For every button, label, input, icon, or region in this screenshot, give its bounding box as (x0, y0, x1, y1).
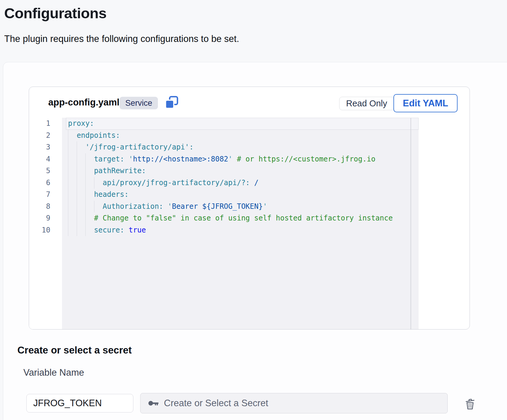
indent-guide (77, 177, 77, 189)
code-editor[interactable]: 1proxy:2endpoints:3'/jfrog-artifactory/a… (29, 118, 470, 329)
indent-guide (77, 224, 77, 236)
secret-select-input[interactable]: Create or Select a Secret (140, 393, 448, 413)
secret-placeholder-text: Create or Select a Secret (164, 398, 268, 409)
line-number: 5 (29, 165, 62, 177)
edit-yaml-button[interactable]: Edit YAML (393, 94, 458, 112)
code-line: 10secure: true (29, 224, 470, 236)
indent-guide (68, 141, 68, 153)
code-line: 4target: 'http://<hostname>:8082' # or h… (29, 153, 470, 165)
code-lines: 1proxy:2endpoints:3'/jfrog-artifactory/a… (29, 118, 470, 236)
copy-button[interactable] (164, 95, 179, 111)
delete-secret-button[interactable] (461, 395, 479, 413)
indent-guide (68, 130, 68, 142)
indent-guide (68, 212, 68, 224)
line-number: 9 (29, 212, 62, 224)
indent-guide (68, 165, 68, 177)
code-line: 5pathRewrite: (29, 165, 470, 177)
indent-guide (94, 177, 94, 189)
code-line: 1proxy: (29, 118, 470, 130)
code-line: 7headers: (29, 189, 470, 201)
indent-guide (85, 201, 86, 213)
editor-overview-ruler (411, 118, 411, 329)
line-number: 1 (29, 118, 62, 130)
current-line-highlight (66, 118, 419, 130)
line-number: 7 (29, 189, 62, 201)
trash-icon (464, 398, 476, 410)
code-line: 9# Change to "false" in case of using se… (29, 212, 470, 224)
variable-name-input[interactable] (26, 394, 133, 413)
key-icon (147, 397, 159, 409)
code-line: 2endpoints: (29, 130, 470, 142)
indent-guide (77, 201, 77, 213)
page-title: Configurations (4, 5, 106, 22)
indent-guide (85, 189, 86, 201)
indent-guide (77, 165, 77, 177)
indent-guide (85, 153, 86, 165)
indent-guide (68, 153, 68, 165)
indent-guide (85, 177, 86, 189)
code-line: 8Authorization: 'Bearer ${JFROG_TOKEN}' (29, 201, 470, 213)
line-number: 10 (29, 224, 62, 236)
code-line: 3'/jfrog-artifactory/api': (29, 141, 470, 153)
indent-guide (85, 165, 86, 177)
indent-guide (85, 212, 86, 224)
indent-guide (85, 224, 86, 236)
line-number: 8 (29, 201, 62, 213)
secret-section-heading: Create or select a secret (17, 345, 132, 356)
indent-guide (77, 212, 77, 224)
line-number: 6 (29, 177, 62, 189)
page-description: The plugin requires the following config… (4, 34, 239, 44)
indent-guide (68, 189, 68, 201)
file-name: app-config.yaml (48, 96, 120, 109)
copy-icon (165, 106, 179, 111)
line-number: 2 (29, 130, 62, 142)
indent-guide (77, 189, 77, 201)
line-number: 4 (29, 153, 62, 165)
read-only-badge: Read Only (339, 97, 394, 110)
indent-guide (68, 201, 68, 213)
service-badge: Service (120, 97, 158, 109)
line-number: 3 (29, 141, 62, 153)
indent-guide (77, 153, 77, 165)
indent-guide (68, 224, 68, 236)
indent-guide (77, 141, 77, 153)
code-line: 6api/proxy/jfrog-artifactory/api/?: / (29, 177, 470, 189)
editor-card: app-config.yaml Service Read Only Edit Y… (29, 87, 470, 330)
variable-name-label: Variable Name (23, 367, 84, 378)
indent-guide (94, 201, 94, 213)
indent-guide (68, 177, 68, 189)
